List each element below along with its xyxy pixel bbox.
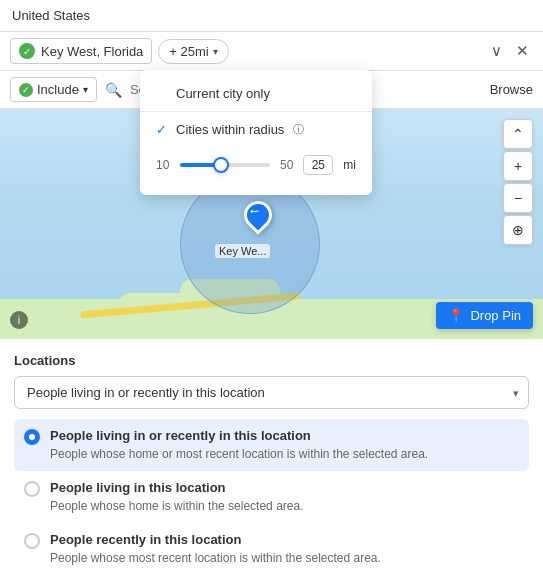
- map-collapse-button[interactable]: ⌃: [503, 119, 533, 149]
- radio-options: People living in or recently in this loc…: [14, 419, 529, 578]
- location-icon: ⊕: [512, 222, 524, 238]
- country-title: United States: [12, 8, 90, 23]
- radius-pill[interactable]: + 25mi ▾: [158, 39, 228, 64]
- radio-desc-0: People whose home or most recent locatio…: [50, 446, 519, 463]
- collapse-button[interactable]: ∨: [487, 40, 506, 62]
- radio-text-1: People living in this location People wh…: [50, 479, 519, 515]
- radius-label: + 25mi: [169, 44, 208, 59]
- green-pin-icon: ✓: [19, 43, 35, 59]
- location-pill[interactable]: ✓ Key West, Florida: [10, 38, 152, 64]
- dropdown-divider: [140, 111, 372, 112]
- radio-text-0: People living in or recently in this loc…: [50, 427, 519, 463]
- include-label: Include: [37, 82, 79, 97]
- zoom-out-button[interactable]: −: [503, 183, 533, 213]
- slider-section: 10 50 25 mi: [140, 145, 372, 187]
- pin-icon: 📍: [448, 308, 464, 323]
- radio-option-recently[interactable]: People recently in this location People …: [14, 523, 529, 575]
- cities-radius-option[interactable]: ✓ Cities within radius ⓘ: [140, 114, 372, 145]
- include-chevron-icon: ▾: [83, 84, 88, 95]
- radio-text-2: People recently in this location People …: [50, 531, 519, 567]
- locate-button[interactable]: ⊕: [503, 215, 533, 245]
- radio-title-2: People recently in this location: [50, 531, 519, 549]
- radio-title-1: People living in this location: [50, 479, 519, 497]
- radio-option-living-or-recently[interactable]: People living in or recently in this loc…: [14, 419, 529, 471]
- slider-thumb[interactable]: [213, 157, 229, 173]
- zoom-in-button[interactable]: +: [503, 151, 533, 181]
- slider-min-label: 10: [156, 158, 170, 172]
- header-title: United States: [0, 0, 543, 32]
- radio-desc-1: People whose home is within the selected…: [50, 498, 519, 515]
- radio-circle-0: [24, 429, 40, 445]
- browse-button[interactable]: Browse: [490, 82, 533, 97]
- search-icon-button[interactable]: 🔍: [105, 82, 122, 98]
- map-label: Key We...: [215, 244, 270, 258]
- slider-value[interactable]: 25: [303, 155, 333, 175]
- check-icon: ✓: [156, 122, 170, 137]
- info-label: i: [18, 314, 20, 326]
- slider-unit: mi: [343, 158, 356, 172]
- radio-circle-1: [24, 481, 40, 497]
- slider-max-label: 50: [280, 158, 293, 172]
- close-button[interactable]: ✕: [512, 40, 533, 62]
- radio-circle-2: [24, 533, 40, 549]
- map-pin-container: ✓: [244, 201, 272, 229]
- current-city-label: Current city only: [176, 86, 270, 101]
- cities-radius-label: Cities within radius: [176, 122, 284, 137]
- map-controls: ⌃ + − ⊕: [503, 119, 533, 245]
- map-info-badge[interactable]: i: [10, 311, 28, 329]
- radius-slider[interactable]: [180, 163, 270, 167]
- chevron-down-icon: ▾: [213, 46, 218, 57]
- chevron-up-icon: ⌃: [512, 126, 524, 142]
- locations-select[interactable]: People living in or recently in this loc…: [14, 376, 529, 409]
- minus-icon: −: [514, 190, 522, 206]
- radius-dropdown: Current city only ✓ Cities within radius…: [140, 70, 372, 195]
- search-row: ✓ Key West, Florida + 25mi ▾ Current cit…: [0, 32, 543, 71]
- radio-desc-2: People whose most recent location is wit…: [50, 550, 519, 567]
- current-city-option[interactable]: Current city only: [140, 78, 372, 109]
- locations-section: Locations People living in or recently i…: [0, 339, 543, 578]
- include-pin-icon: ✓: [19, 83, 33, 97]
- locations-select-wrapper: People living in or recently in this loc…: [14, 376, 529, 409]
- locations-title: Locations: [14, 353, 529, 368]
- include-button[interactable]: ✓ Include ▾: [10, 77, 97, 102]
- location-name: Key West, Florida: [41, 44, 143, 59]
- drop-pin-button[interactable]: 📍 Drop Pin: [436, 302, 533, 329]
- radio-title-0: People living in or recently in this loc…: [50, 427, 519, 445]
- plus-icon: +: [514, 158, 522, 174]
- empty-check: [156, 86, 170, 101]
- info-icon[interactable]: ⓘ: [293, 122, 304, 137]
- radio-option-living[interactable]: People living in this location People wh…: [14, 471, 529, 523]
- drop-pin-label: Drop Pin: [470, 308, 521, 323]
